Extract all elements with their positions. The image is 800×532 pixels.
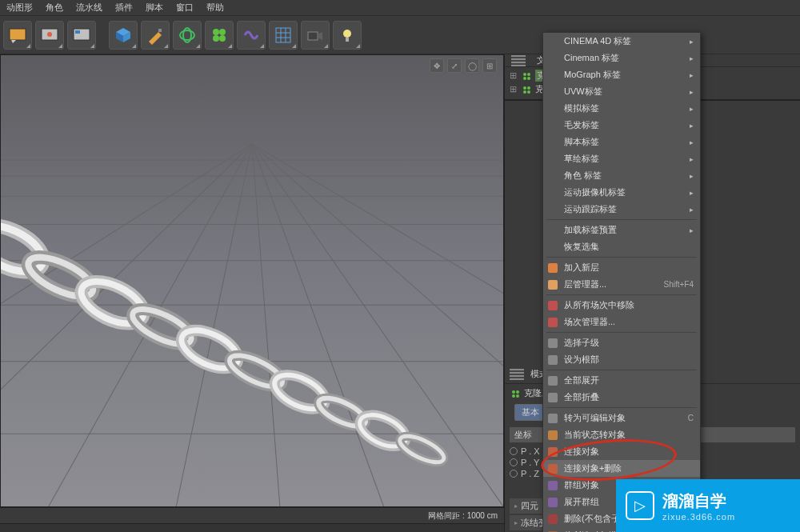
panel-menu-icon[interactable]	[511, 55, 526, 66]
context-menu-label: 连接对象	[564, 446, 599, 458]
svg-point-3	[47, 32, 52, 37]
context-menu-item[interactable]: 运动摄像机标签▸	[543, 184, 700, 201]
svg-point-23	[343, 30, 351, 38]
viewport-nav-icons: ✥ ⤢ ◯ ⊞	[430, 58, 497, 73]
menu-item[interactable]: 脚本	[146, 2, 163, 14]
watermark-banner: 溜溜自学 zixue.3d66.com	[616, 479, 800, 532]
svg-rect-87	[548, 481, 558, 490]
context-menu-item[interactable]: 加入新层	[543, 259, 700, 276]
camera-button[interactable]	[301, 21, 330, 50]
context-menu-label: 加入新层	[564, 262, 599, 274]
context-menu-item[interactable]: 连接对象	[543, 443, 700, 460]
context-menu-item[interactable]: 脚本标签▸	[543, 134, 700, 150]
context-menu-label: 模拟标签	[564, 102, 599, 114]
svg-rect-81	[548, 376, 558, 386]
light-button[interactable]	[333, 21, 362, 50]
keyframe-radio[interactable]	[510, 458, 518, 466]
panel-menu-icon[interactable]	[510, 369, 524, 380]
pan-icon[interactable]: ✥	[430, 58, 444, 73]
submenu-arrow-icon: ▸	[690, 172, 694, 180]
viewport-3d[interactable]: ✥ ⤢ ◯ ⊞	[0, 54, 504, 507]
ungroup-icon	[546, 496, 559, 509]
context-menu-item[interactable]: CINEMA 4D 标签▸	[543, 33, 700, 50]
context-menu-label: Cineman 标签	[564, 52, 619, 64]
cloner-button[interactable]	[205, 21, 234, 50]
deformer-button[interactable]	[237, 21, 266, 50]
context-menu-label: 群组对象	[564, 479, 599, 491]
menu-item[interactable]: 帮助	[206, 2, 224, 14]
connect-del-icon	[546, 462, 559, 475]
context-menu-item[interactable]: 草绘标签▸	[543, 150, 700, 167]
menu-item[interactable]: 动图形	[6, 2, 33, 14]
context-menu-label: MoGraph 标签	[564, 69, 621, 81]
context-menu-item[interactable]: 场次管理器...	[543, 314, 700, 330]
svg-point-15	[219, 35, 226, 42]
context-menu-item[interactable]: 转为可编辑对象C	[543, 410, 700, 426]
context-menu-label: 从所有场次中移除	[564, 299, 634, 311]
floor-button[interactable]	[269, 21, 298, 50]
context-menu-item[interactable]: MoGraph 标签▸	[543, 66, 700, 83]
svg-rect-78	[548, 318, 558, 327]
context-menu-item[interactable]: 模拟标签▸	[543, 100, 700, 117]
timeline-ruler[interactable]	[0, 523, 504, 532]
zoom-icon[interactable]: ⤢	[447, 58, 462, 73]
context-menu-item[interactable]: 选择子级	[543, 334, 700, 351]
svg-point-65	[523, 77, 526, 80]
svg-point-10	[180, 30, 194, 40]
context-menu-item[interactable]: 加载标签预置▸	[543, 222, 700, 238]
pen-tool-button[interactable]	[141, 21, 170, 50]
context-menu-item[interactable]: 全部展开	[543, 372, 700, 389]
svg-rect-83	[548, 414, 558, 423]
svg-rect-79	[548, 338, 558, 348]
menu-separator	[546, 257, 697, 258]
context-menu-item[interactable]: 角色 标签▸	[543, 167, 700, 184]
svg-point-12	[213, 29, 219, 35]
context-menu-item[interactable]: 设为根部	[543, 351, 700, 368]
menu-separator	[546, 294, 697, 295]
tab-basic[interactable]: 基本	[514, 404, 546, 421]
cube-primitive-button[interactable]	[109, 21, 138, 50]
context-menu-item[interactable]: 毛发标签▸	[543, 117, 700, 134]
menu-item[interactable]: 流水线	[76, 2, 102, 14]
context-menu-item[interactable]: 层管理器...Shift+F4	[543, 276, 700, 293]
svg-point-66	[527, 77, 530, 80]
context-menu-item[interactable]: 运动跟踪标签▸	[543, 201, 700, 218]
maximize-icon[interactable]: ⊞	[482, 58, 497, 73]
layer-mgr-icon	[546, 278, 559, 291]
context-menu-item[interactable]: 从所有场次中移除	[543, 297, 700, 314]
render-settings-button[interactable]	[67, 21, 96, 50]
submenu-arrow-icon: ▸	[690, 105, 694, 113]
expand-icon[interactable]: ⊞	[510, 70, 518, 81]
menu-item[interactable]: 窗口	[176, 2, 194, 14]
keyframe-radio[interactable]	[510, 470, 518, 478]
layer-add-icon	[546, 262, 559, 274]
render-button[interactable]	[35, 21, 64, 50]
context-menu-item[interactable]: 连接对象+删除	[543, 460, 700, 477]
expand-icon[interactable]: ⊞	[510, 84, 518, 94]
context-menu-item[interactable]: 恢复选集	[543, 238, 700, 255]
context-menu-label: 展开群组	[564, 496, 599, 508]
orbit-icon[interactable]: ◯	[465, 58, 479, 73]
cloner-icon	[521, 84, 532, 95]
svg-rect-76	[548, 280, 558, 290]
undo-button[interactable]	[3, 21, 32, 50]
shortcut-label: Shift+F4	[663, 280, 694, 289]
context-menu-item[interactable]: Cineman 标签▸	[543, 50, 700, 66]
sel-child-icon	[546, 337, 559, 350]
set-root-icon	[546, 354, 559, 366]
context-menu[interactable]: CINEMA 4D 标签▸Cineman 标签▸MoGraph 标签▸UVW标签…	[542, 32, 701, 532]
context-menu-item[interactable]: 当前状态转对象	[543, 426, 700, 443]
keyframe-radio[interactable]	[510, 447, 518, 455]
svg-marker-1	[11, 40, 16, 43]
context-menu-label: 层管理器...	[564, 278, 606, 290]
bake-icon	[546, 530, 559, 533]
grid-floor	[1, 55, 503, 506]
context-menu-item[interactable]: 全部折叠	[543, 389, 700, 406]
context-menu-item[interactable]: UVW标签▸	[543, 83, 700, 100]
nurbs-button[interactable]	[173, 21, 202, 50]
expand-icon	[546, 374, 559, 387]
svg-point-69	[523, 90, 526, 94]
menu-item[interactable]: 角色	[46, 2, 63, 14]
menu-item[interactable]: 插件	[115, 2, 133, 14]
svg-point-70	[527, 90, 530, 94]
